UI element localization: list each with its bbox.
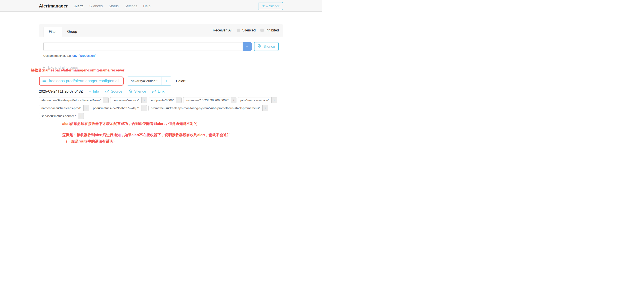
groups-header: + Expand all groups 接收器:namespace/alterm… [39, 65, 283, 76]
alert-label-text[interactable]: alertname="FreeleapsMetricsServiceDown" [39, 98, 103, 103]
alert-detail: 2025-09-24T11:20:07.048Z + Info [39, 89, 283, 144]
alert-label-tag: alertname="FreeleapsMetricsServiceDown"+ [39, 97, 109, 103]
app-brand[interactable]: Alertmanager [39, 4, 68, 8]
silenced-checkbox[interactable] [237, 28, 240, 32]
alert-label-add-filter-button[interactable]: + [231, 98, 236, 103]
group-matcher-label: severity="critical" [127, 77, 161, 85]
group-matcher-tag: severity="critical" + [127, 76, 171, 86]
add-matcher-button[interactable]: + [242, 42, 252, 51]
link-label: Link [158, 89, 164, 94]
annotation-note-1: alert信息必须在接收器下才表示配置成功，否则即使能看到alert，但是通知是… [62, 122, 283, 126]
alert-label-text[interactable]: instance="10.233.98.209:8009" [184, 98, 231, 103]
nav-item-status[interactable]: Status [109, 4, 118, 8]
chart-line-icon [105, 89, 109, 94]
silence-button[interactable]: Silence [254, 42, 279, 51]
navbar: Alertmanager Alerts Silences Status Sett… [0, 0, 322, 12]
alert-count: 1 alert [175, 79, 186, 83]
alert-label-add-filter-button[interactable]: + [141, 105, 147, 111]
annotation-highlight-box[interactable]: freeleaps-prod/alertmanager-config/email [39, 76, 124, 86]
alert-label-add-filter-button[interactable]: + [83, 105, 89, 111]
alert-label-tag: namespace="freeleaps-prod"+ [39, 105, 89, 111]
silence-label: Silence [134, 89, 146, 94]
alert-label-tag: endpoint="8009"+ [149, 97, 182, 103]
info-label: Info [93, 89, 99, 94]
alert-label-add-filter-button[interactable]: + [262, 105, 268, 111]
generator-link[interactable]: Link [152, 89, 164, 94]
tabs: Filter Group [44, 26, 82, 37]
filter-card-body: + Silence [39, 37, 283, 60]
alert-label-text[interactable]: prometheus="freeleaps-monitoring-system/… [149, 105, 262, 111]
page: Alertmanager Alerts Silences Status Sett… [0, 0, 322, 148]
alert-label-add-filter-button[interactable]: + [142, 98, 147, 103]
group-matcher-add-button[interactable]: + [161, 77, 171, 85]
silence-button-label: Silence [264, 45, 275, 48]
header-controls: Receiver: All Silenced Inhibited [213, 28, 279, 33]
alert-label-add-filter-button[interactable]: + [78, 113, 84, 119]
info-link[interactable]: + Info [89, 89, 99, 94]
new-silence-button[interactable]: New Silence [258, 2, 283, 10]
alert-labels: alertname="FreeleapsMetricsServiceDown"+… [39, 97, 283, 119]
bell-slash-icon [128, 89, 132, 94]
nav-item-silences[interactable]: Silences [89, 4, 102, 8]
alert-label-text[interactable]: namespace="freeleaps-prod" [39, 105, 83, 111]
alert-label-tag: container="metrics"+ [110, 97, 147, 103]
alert-timestamp: 2025-09-24T11:20:07.048Z [39, 89, 83, 94]
filter-card-header: Filter Group Receiver: All Silenced Inhi… [39, 24, 283, 37]
plus-icon: + [89, 89, 91, 94]
source-link[interactable]: Source [105, 89, 122, 94]
silenced-toggle[interactable]: Silenced [237, 28, 256, 32]
annotation-note-2: 逻辑是：接收器收到alert后进行通知，如果alert不在接收器下，说明接收器没… [62, 132, 283, 138]
nav-links: Alerts Silences Status Settings Help [74, 4, 150, 8]
alert-label-text[interactable]: service="metrics-service" [39, 113, 78, 119]
filter-card: Filter Group Receiver: All Silenced Inhi… [39, 24, 283, 60]
inhibited-toggle[interactable]: Inhibited [260, 28, 279, 32]
alert-label-text[interactable]: endpoint="8009" [149, 98, 176, 103]
bell-slash-icon [258, 44, 262, 49]
collapse-minus-icon [42, 80, 46, 82]
alert-label-tag: pod="metrics-77d9cdb497-wdsj7"+ [90, 105, 147, 111]
inhibited-checkbox[interactable] [260, 28, 264, 32]
matcher-input[interactable] [43, 42, 242, 51]
alert-label-tag: prometheus="freeleaps-monitoring-system/… [148, 105, 268, 111]
matcher-helper: Custom matcher, e.g. env="production" [43, 54, 279, 58]
alert-label-add-filter-button[interactable]: + [103, 98, 108, 103]
receiver-dropdown[interactable]: Receiver: All [213, 28, 232, 32]
alert-label-text[interactable]: job="metrics-service" [238, 98, 272, 103]
inhibited-label: Inhibited [266, 28, 279, 32]
helper-example-link[interactable]: env="production" [72, 54, 96, 58]
nav-item-help[interactable]: Help [143, 4, 150, 8]
alert-label-add-filter-button[interactable]: + [272, 98, 277, 103]
link-icon [152, 90, 156, 94]
source-label: Source [111, 89, 122, 94]
tab-filter[interactable]: Filter [44, 26, 62, 37]
alert-label-tag: instance="10.233.98.209:8009"+ [183, 97, 236, 103]
helper-text: Custom matcher, e.g. [43, 54, 72, 58]
group-name[interactable]: freeleaps-prod/alertmanager-config/email [49, 79, 119, 83]
alert-group-row: freeleaps-prod/alertmanager-config/email… [39, 76, 283, 86]
alert-actions-row: 2025-09-24T11:20:07.048Z + Info [39, 89, 283, 94]
nav-item-settings[interactable]: Settings [124, 4, 137, 8]
annotation-note-3: （一般是route中的逻辑有错误） [64, 139, 283, 144]
alert-label-text[interactable]: pod="metrics-77d9cdb497-wdsj7" [91, 105, 141, 111]
alert-label-tag: service="metrics-service"+ [39, 113, 84, 119]
alert-label-add-filter-button[interactable]: + [176, 98, 182, 103]
annotation-receiver-note: 接收器:namespace/altermanager-config-name/r… [31, 68, 124, 73]
main-content: Filter Group Receiver: All Silenced Inhi… [0, 24, 322, 144]
silenced-label: Silenced [242, 28, 256, 32]
silence-alert-link[interactable]: Silence [128, 89, 146, 94]
tab-group[interactable]: Group [62, 26, 82, 37]
alert-label-text[interactable]: container="metrics" [110, 98, 142, 103]
alert-label-tag: job="metrics-service"+ [238, 97, 277, 103]
nav-item-alerts[interactable]: Alerts [74, 4, 83, 8]
